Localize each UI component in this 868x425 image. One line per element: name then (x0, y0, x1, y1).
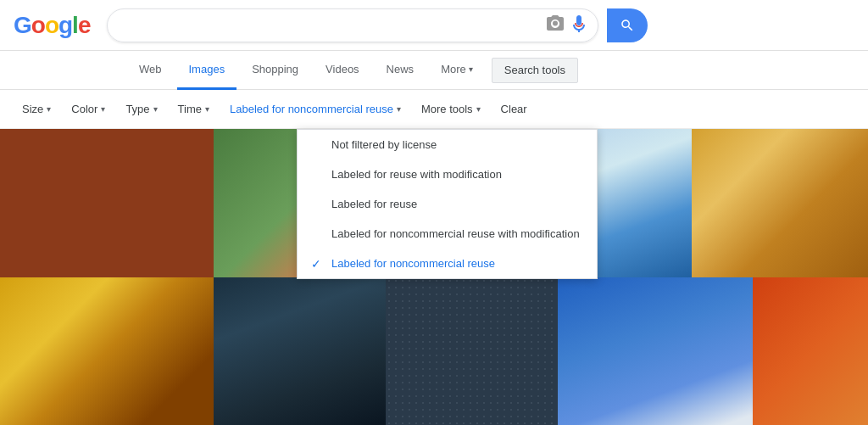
dropdown-item-reuse[interactable]: Labeled for reuse (298, 189, 597, 219)
color-filter-button[interactable]: Color ▾ (63, 98, 114, 120)
image-tile-1[interactable] (0, 129, 214, 277)
mic-icon[interactable] (572, 14, 586, 36)
nav-item-images[interactable]: Images (177, 51, 237, 90)
chevron-down-icon: ▾ (397, 104, 401, 114)
license-filter-button[interactable]: Labeled for noncommercial reuse ▾ (221, 98, 409, 120)
nav-item-web[interactable]: Web (127, 51, 174, 90)
image-tile-7[interactable] (386, 277, 558, 425)
chevron-down-icon: ▾ (476, 104, 481, 114)
search-tools-button[interactable]: Search tools (492, 58, 578, 83)
checkmark-icon: ✓ (311, 257, 321, 271)
nav-item-videos[interactable]: Videos (314, 51, 371, 90)
nav-item-shopping[interactable]: Shopping (240, 51, 310, 90)
image-tile-4[interactable] (692, 129, 868, 277)
chevron-down-icon: ▾ (101, 104, 105, 114)
chevron-down-icon: ▾ (469, 64, 473, 74)
search-input[interactable]: backgrounds (120, 18, 547, 33)
size-filter-button[interactable]: Size ▾ (14, 98, 59, 120)
image-row-2 (0, 277, 868, 425)
image-tile-5[interactable] (0, 277, 214, 425)
chevron-down-icon: ▾ (153, 104, 158, 114)
more-tools-button[interactable]: More tools ▾ (413, 98, 489, 120)
clear-button[interactable]: Clear (492, 98, 536, 120)
dropdown-item-not-filtered[interactable]: Not filtered by license (298, 130, 597, 159)
dropdown-item-noncommercial-modification[interactable]: Labeled for noncommercial reuse with mod… (298, 219, 597, 249)
dropdown-item-noncommercial[interactable]: ✓ Labeled for noncommercial reuse (298, 249, 597, 278)
header: Google backgrounds (0, 0, 868, 51)
camera-icon[interactable] (547, 15, 564, 35)
search-bar: backgrounds (107, 8, 598, 42)
google-logo: Google (14, 12, 90, 39)
chevron-down-icon: ▾ (205, 104, 209, 114)
image-tile-8[interactable] (558, 277, 753, 425)
search-button[interactable] (607, 8, 648, 42)
toolbar: Size ▾ Color ▾ Type ▾ Time ▾ Labeled for… (0, 90, 868, 129)
nav-item-more[interactable]: More ▾ (429, 51, 485, 90)
image-tile-9[interactable] (753, 277, 868, 425)
type-filter-button[interactable]: Type ▾ (117, 98, 165, 120)
chevron-down-icon: ▾ (47, 104, 51, 114)
time-filter-button[interactable]: Time ▾ (170, 98, 218, 120)
nav-bar: Web Images Shopping Videos News More ▾ S… (0, 51, 868, 90)
search-icons (547, 14, 586, 36)
image-tile-6[interactable] (214, 277, 386, 425)
dropdown-item-reuse-modification[interactable]: Labeled for reuse with modification (298, 159, 597, 189)
license-dropdown: Not filtered by license Labeled for reus… (297, 129, 598, 279)
nav-item-news[interactable]: News (375, 51, 426, 90)
